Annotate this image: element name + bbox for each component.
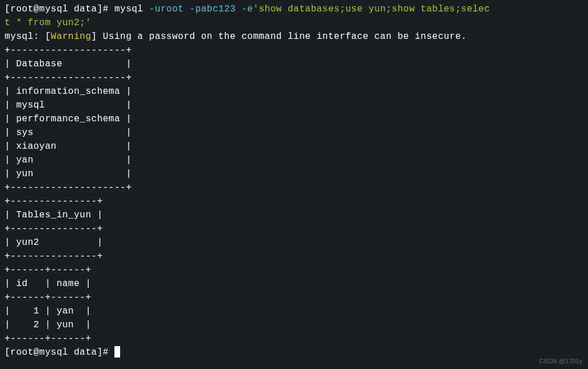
prompt-bracket-close: ]# <box>97 4 114 14</box>
prompt-userhost: root@mysql data <box>10 347 97 358</box>
warning-label: Warning <box>51 31 92 42</box>
warning-line: mysql: [Warning] Using a password on the… <box>5 30 583 43</box>
table-row: | yun2 | <box>5 236 583 249</box>
table2-border-top: +---------------+ <box>5 195 583 208</box>
table1-header: | Database | <box>5 57 583 71</box>
table1-border-top: +--------------------+ <box>5 43 583 57</box>
prompt-bracket-open: [ <box>5 347 10 358</box>
table-row: | xiaoyan | <box>5 140 583 153</box>
table1-border-mid: +--------------------+ <box>5 71 583 85</box>
table-row: | yan | <box>5 153 583 167</box>
warning-prefix: mysql: [ <box>5 31 51 42</box>
table-row: | mysql | <box>5 98 583 112</box>
prompt-bracket-close: ]# <box>97 347 114 358</box>
watermark: CSDN @1701y <box>539 356 582 366</box>
command-name: mysql <box>114 4 149 14</box>
table3-border-top: +------+------+ <box>5 263 583 277</box>
warning-suffix: ] Using a password on the command line i… <box>92 31 467 42</box>
cursor[interactable] <box>114 346 120 358</box>
table-row: | information_schema | <box>5 85 583 98</box>
table2-border-bot: +---------------+ <box>5 249 583 263</box>
command-line-1: [root@mysql data]# mysql -uroot -pabc123… <box>5 2 583 16</box>
table-row: | performance_schema | <box>5 112 583 126</box>
table3-border-mid: +------+------+ <box>5 291 583 304</box>
command-query-2: t * from yun2;' <box>5 18 92 28</box>
command-line-2: t * from yun2;' <box>5 16 583 30</box>
prompt-bracket-open: [ <box>5 4 10 14</box>
table2-header: | Tables_in_yun | <box>5 208 583 222</box>
table-row: | 1 | yan | <box>5 304 583 318</box>
table2-border-mid: +---------------+ <box>5 222 583 236</box>
table-row: | yun | <box>5 167 583 181</box>
prompt-userhost: root@mysql data <box>10 4 97 14</box>
table3-border-bot: +------+------+ <box>5 332 583 346</box>
table-row: | 2 | yun | <box>5 318 583 332</box>
table3-header: | id | name | <box>5 277 583 291</box>
table-row: | sys | <box>5 126 583 140</box>
command-query-1: 'show databases;use yun;show tables;sele… <box>253 4 490 14</box>
table1-border-bot: +--------------------+ <box>5 181 583 195</box>
prompt-line-2[interactable]: [root@mysql data]# <box>5 346 583 359</box>
command-args: -uroot -pabc123 -e <box>149 4 253 14</box>
